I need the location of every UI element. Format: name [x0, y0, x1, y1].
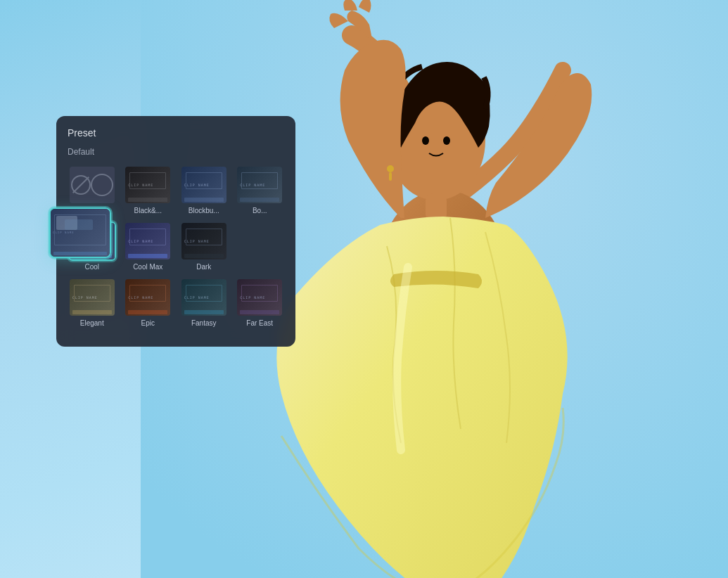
preset-item-cool-max[interactable]: CLIP NAME Cool Max — [122, 220, 174, 272]
preset-item-black-white[interactable]: CLIP NAME Black&... — [122, 164, 174, 216]
preset-row-3: CLIP NAME Elegant CLIP NAME Epic — [66, 276, 286, 328]
preset-label-black-white: Black&... — [134, 207, 162, 214]
svg-rect-7 — [389, 172, 392, 181]
selected-preset-large-preview[interactable]: CLIP NAME — [49, 207, 111, 258]
preset-label-epic: Epic — [141, 319, 155, 327]
preset-item-fantasy[interactable]: CLIP NAME Fantasy — [178, 276, 230, 328]
preset-label-blockbuster: Blockbu... — [189, 207, 219, 214]
preset-label-dark: Dark — [196, 263, 211, 271]
preset-thumb-blockbuster: CLIP NAME — [180, 165, 228, 205]
svg-point-3 — [422, 136, 429, 145]
preset-thumb-bo: CLIP NAME — [236, 165, 283, 205]
preset-label-far-east: Far East — [246, 319, 273, 327]
preset-thumb-dark: CLIP NAME — [180, 221, 228, 261]
preset-item-blockbuster[interactable]: CLIP NAME Blockbu... — [178, 164, 230, 216]
preset-label-bo: Bo... — [253, 207, 267, 214]
preset-label-fantasy: Fantasy — [191, 319, 217, 327]
preset-thumb-epic: CLIP NAME — [124, 278, 172, 317]
preset-panel-title: Preset — [66, 127, 286, 139]
preset-item-bo[interactable]: CLIP NAME Bo... — [234, 164, 286, 216]
preset-thumb-black-white: CLIP NAME — [124, 165, 172, 205]
default-section-label: Default — [66, 147, 286, 157]
svg-point-4 — [443, 136, 450, 145]
svg-point-6 — [387, 165, 394, 172]
preset-item-empty — [234, 220, 286, 272]
preset-label-cool-max: Cool Max — [133, 263, 162, 271]
preset-thumb-fantasy: CLIP NAME — [180, 278, 228, 317]
preset-thumb-elegant: CLIP NAME — [68, 278, 116, 317]
preset-label-cool: Cool — [84, 263, 99, 271]
preset-thumb-none — [68, 165, 116, 205]
preset-label-elegant: Elegant — [80, 319, 104, 327]
preset-item-elegant[interactable]: CLIP NAME Elegant — [66, 276, 118, 328]
preset-item-far-east[interactable]: CLIP NAME Far East — [234, 276, 286, 328]
preset-thumb-far-east: CLIP NAME — [236, 278, 283, 317]
preset-thumb-cool-max: CLIP NAME — [124, 221, 172, 261]
preset-item-epic[interactable]: CLIP NAME Epic — [122, 276, 174, 328]
preset-item-dark[interactable]: CLIP NAME Dark — [178, 220, 230, 272]
